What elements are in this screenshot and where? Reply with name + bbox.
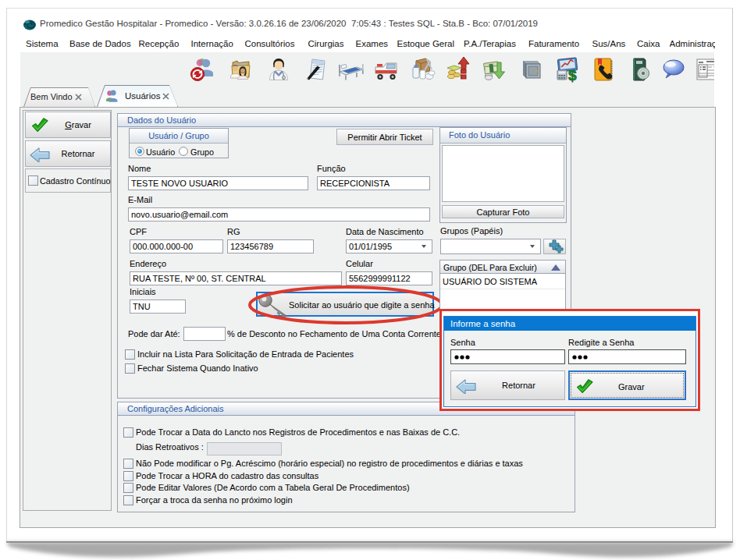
svg-text:$: $ (568, 67, 577, 83)
